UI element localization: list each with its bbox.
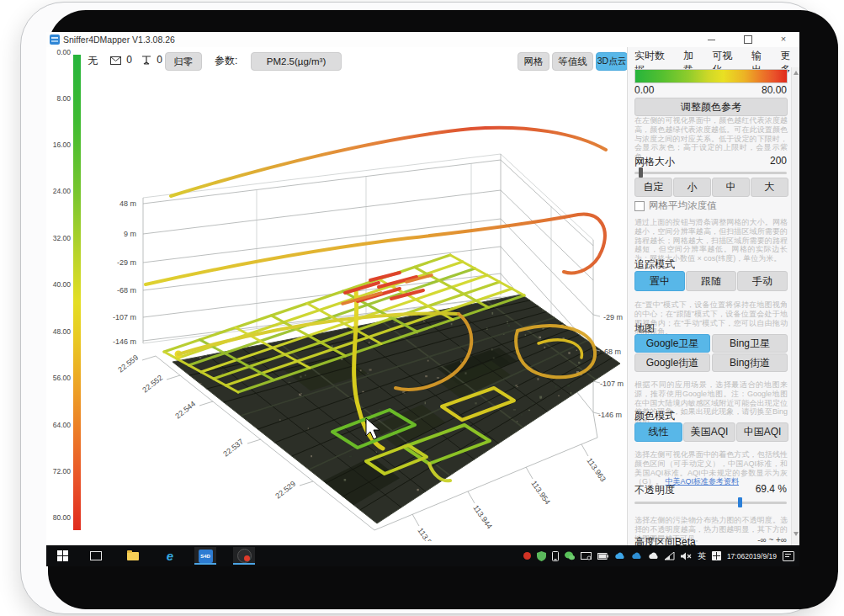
shield-icon[interactable] [537, 551, 546, 561]
window-title: Sniffer4DMapper V1.3.08.26 [63, 35, 175, 45]
opacity-value: 69.4 % [756, 483, 787, 497]
track-center-button[interactable]: 置中 [634, 271, 685, 291]
color-cn-aqi-button[interactable]: 中国AQI [736, 422, 788, 442]
map-bing-satellite-button[interactable]: Bing卫星 [712, 334, 788, 353]
lat-label: 22.529 [273, 480, 297, 501]
plot-3d-view[interactable]: 48 m 9 m -29 m -68 m -107 m -146 m -29 m… [46, 78, 627, 541]
lng-label: 113.954 [529, 479, 551, 506]
lat-label: 22.559 [116, 353, 140, 374]
clock-date: 2019/9/19 [745, 552, 777, 560]
settings-panel: 实时数据 加载 可视化 输出 更多 0.00 80.00 调整颜色参考 在左侧的… [627, 47, 799, 545]
cloud-sync-icon[interactable] [614, 552, 625, 560]
size-large-button[interactable]: 大 [751, 178, 788, 197]
z-axis-label-right: -107 m [600, 380, 624, 388]
zero-button[interactable]: 归零 [165, 52, 202, 71]
grid-help-text: 通过上面的按钮与滑条调整网格的大小。网格越小，空间分辨率越高，但扫描区域所需要的… [634, 218, 788, 263]
track-follow-button[interactable]: 跟随 [686, 271, 736, 291]
edge-button[interactable]: e [159, 547, 181, 565]
z-axis-label: 48 m [119, 199, 136, 208]
windows-logo-icon [57, 550, 68, 561]
maximize-button[interactable] [734, 32, 762, 47]
opacity-slider-handle[interactable] [738, 497, 742, 507]
battery-icon[interactable] [597, 553, 608, 560]
map-bing-street-button[interactable]: Bing街道 [712, 353, 788, 372]
checkbox-icon[interactable] [634, 201, 645, 211]
lat-label: 22.537 [221, 438, 245, 459]
lng-label: 113.963 [585, 456, 607, 483]
language-indicator[interactable]: 英 [698, 550, 706, 562]
mail-icon [110, 56, 121, 65]
edge-icon: e [167, 550, 173, 562]
grid-average-checkbox[interactable]: 网格平均浓度值 [634, 199, 717, 212]
grid-size-slider-handle[interactable] [639, 167, 643, 178]
sniffer4d-app-button[interactable]: S4D [194, 547, 216, 565]
device-link-icon [141, 56, 151, 65]
z-axis-label-right: -146 m [598, 411, 622, 419]
network-signal-icon[interactable] [665, 552, 675, 560]
start-button[interactable] [51, 547, 73, 565]
taskbar-clock[interactable]: 17:06 2019/9/19 [727, 552, 777, 560]
scale-label: 0.00 [46, 48, 71, 56]
map-google-street-button[interactable]: Google街道 [634, 353, 710, 372]
message-counter: 0 [110, 54, 132, 66]
grid-size-slider[interactable] [634, 172, 787, 174]
volume-muted-icon[interactable] [681, 552, 692, 560]
color-mode-label: 颜色模式 [634, 409, 675, 423]
parameter-label: 参数: [215, 54, 237, 68]
size-small-button[interactable]: 小 [673, 178, 711, 197]
range-max: 80.00 [762, 84, 787, 96]
track-help-text: 在“置中”模式下，设备位置将保持在地图视角的中心；在“跟随”模式下，设备位置会处… [634, 300, 788, 337]
track-mode-label: 追踪模式 [634, 258, 675, 272]
map-google-satellite-button[interactable]: Google卫星 [634, 334, 710, 353]
recording-status-icon[interactable] [523, 552, 531, 560]
size-custom-button[interactable]: 自定 [634, 178, 672, 197]
lng-label: 113.935 [416, 526, 438, 541]
display-settings-icon[interactable] [581, 552, 592, 560]
view-3dpointcloud-button[interactable]: 3D点云 [596, 52, 628, 71]
scroll-down-icon[interactable] [794, 532, 799, 536]
color-linear-button[interactable]: 线性 [634, 422, 682, 442]
ime-icon[interactable] [712, 551, 721, 560]
action-center-icon[interactable] [783, 551, 794, 561]
minimize-button[interactable] [697, 32, 725, 47]
z-axis-label-right: -68 m [602, 348, 621, 356]
phone-icon[interactable] [552, 551, 559, 561]
lng-label: 113.944 [471, 503, 493, 530]
page: Sniffer4DMapper V1.3.08.26 × 无 0 0 归零 参数… [0, 0, 844, 616]
track-manual-button[interactable]: 手动 [737, 271, 788, 291]
lat-label: 22.544 [173, 400, 197, 421]
link-counter: 0 [141, 54, 162, 66]
size-medium-button[interactable]: 中 [712, 178, 750, 197]
panel-scrollbar[interactable] [791, 67, 799, 545]
toolbar: 无 0 0 归零 参数: PM2.5(µg/m³) 网格 等值线 3D点云 [46, 47, 627, 76]
recorder-app-button[interactable] [233, 547, 255, 565]
color-us-aqi-button[interactable]: 美国AQI [683, 422, 735, 442]
cloud-drive-icon[interactable] [631, 552, 642, 560]
view-grid-button[interactable]: 网格 [518, 52, 549, 71]
onedrive-icon[interactable] [648, 552, 659, 560]
task-view-button[interactable] [85, 547, 107, 565]
app-icon [50, 35, 60, 45]
clock-time: 17:06 [727, 552, 745, 560]
task-view-icon [90, 551, 102, 560]
view-contour-button[interactable]: 等值线 [552, 52, 593, 71]
close-button[interactable]: × [769, 32, 798, 47]
parameter-select[interactable]: PM2.5(µg/m³) [251, 52, 342, 71]
adjust-color-button[interactable]: 调整颜色参考 [634, 98, 788, 116]
lat-label: 22.552 [141, 374, 164, 395]
wechat-icon[interactable] [565, 551, 575, 560]
opacity-slider[interactable] [634, 502, 787, 504]
z-axis-label: -68 m [117, 286, 136, 295]
system-tray: 英 17:06 2019/9/19 [523, 545, 794, 566]
folder-icon [127, 552, 139, 560]
opacity-label: 不透明度 [634, 483, 675, 497]
color-mode-help-text: 选择左侧可视化界面中的着色方式，包括线性颜色区间（可手动定义），中国AQI标准，… [634, 450, 788, 486]
recorder-icon [237, 549, 252, 563]
scroll-up-icon[interactable] [794, 71, 799, 75]
s4d-icon: S4D [199, 550, 213, 563]
file-explorer-button[interactable] [122, 547, 144, 565]
z-axis-label: -146 m [113, 337, 136, 346]
grid-size-value: 200 [770, 155, 787, 169]
range-min: 0.00 [634, 84, 654, 96]
z-axis-label-right: -29 m [603, 313, 623, 321]
